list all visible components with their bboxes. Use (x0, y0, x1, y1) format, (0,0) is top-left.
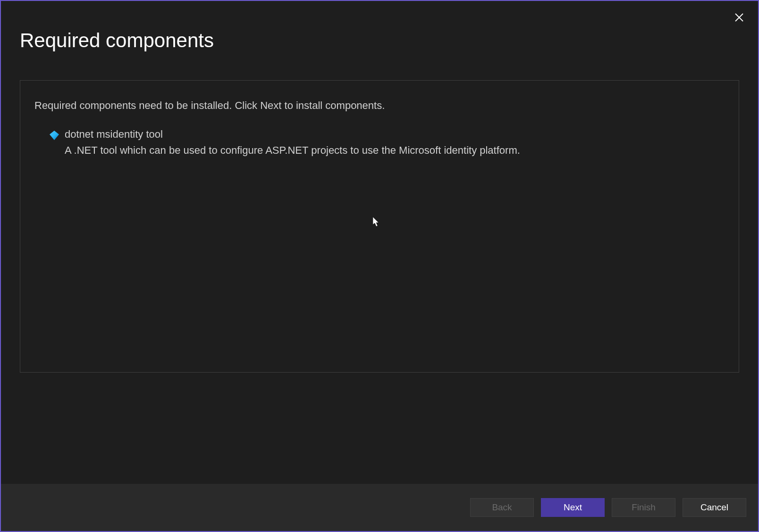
component-details: dotnet msidentity tool A .NET tool which… (65, 128, 520, 157)
component-item: dotnet msidentity tool A .NET tool which… (49, 128, 725, 157)
back-button: Back (470, 498, 534, 517)
dialog-content: Required components Required components … (1, 1, 758, 484)
finish-button: Finish (612, 498, 675, 517)
close-icon (734, 13, 744, 22)
page-title: Required components (20, 29, 739, 52)
instruction-text: Required components need to be installed… (34, 100, 725, 112)
component-name: dotnet msidentity tool (65, 128, 520, 141)
svg-marker-2 (50, 131, 59, 140)
next-button[interactable]: Next (541, 498, 605, 517)
cancel-button[interactable]: Cancel (683, 498, 746, 517)
component-description: A .NET tool which can be used to configu… (65, 144, 520, 157)
button-bar: Back Next Finish Cancel (1, 484, 758, 531)
close-button[interactable] (732, 10, 746, 25)
diamond-icon (49, 130, 60, 141)
content-panel: Required components need to be installed… (20, 80, 739, 373)
